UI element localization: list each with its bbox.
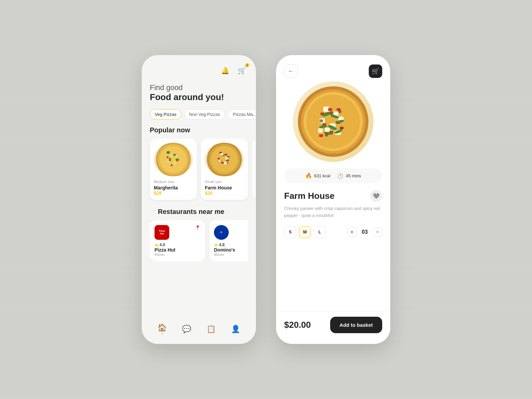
- add-to-basket-button[interactable]: Add to basket: [330, 317, 382, 333]
- pizza-hut-logo: PizzaHut: [154, 225, 169, 240]
- pizza-hero-image: [293, 81, 373, 162]
- info-pill: 🔥 631 kcal ⏱️ 45 mins: [284, 169, 382, 183]
- timer-icon: ⏱️: [337, 173, 344, 179]
- svg-point-16: [211, 146, 238, 173]
- restaurant-card-dominos[interactable]: D 📍 ⭐ 4.8 Domino's 30min: [209, 220, 248, 261]
- svg-rect-19: [218, 158, 220, 160]
- svg-point-8: [175, 155, 178, 158]
- svg-point-2: [160, 146, 187, 173]
- pizza-card-third[interactable]: Sm... Fa... $...: [252, 139, 256, 200]
- rest-top-pizzahut: PizzaHut 📍: [154, 225, 201, 240]
- svg-point-7: [169, 153, 173, 157]
- restaurant-card-pizzahut[interactable]: PizzaHut 📍 ⭐ 4.0 Pizza Hut 43min: [150, 220, 205, 261]
- svg-point-10: [173, 161, 177, 165]
- card-size-farmhouse: Small size: [205, 180, 244, 184]
- time-info: ⏱️ 45 mins: [337, 173, 361, 179]
- card-name-farmhouse: Farm House: [205, 185, 244, 190]
- hero-title: Food around you!: [150, 92, 248, 102]
- restaurants-title: Restaurants near me: [150, 208, 248, 220]
- svg-rect-48: [328, 108, 332, 111]
- svg-point-67: [325, 133, 328, 137]
- svg-rect-26: [221, 153, 223, 156]
- svg-rect-18: [224, 154, 227, 156]
- svg-rect-28: [219, 160, 221, 162]
- size-m-button[interactable]: M: [299, 226, 311, 238]
- nav-active-dot: [162, 333, 163, 335]
- right-header: ← 🛒: [276, 55, 390, 81]
- kcal-info: 🔥 631 kcal: [305, 173, 330, 179]
- size-l-button[interactable]: L: [314, 226, 326, 238]
- popular-title: Popular now: [142, 126, 256, 139]
- svg-rect-29: [224, 162, 227, 164]
- back-button[interactable]: ←: [284, 64, 298, 78]
- nav-orders[interactable]: 📋: [207, 325, 216, 334]
- cart-icon-left[interactable]: 🛒 3: [236, 64, 248, 77]
- filter-row: Veg Pizzas Non Veg Pizzas Pizzas Ma...: [142, 109, 256, 126]
- filter-non-veg[interactable]: Non Veg Pizzas: [184, 109, 225, 120]
- pizza-card-margherita[interactable]: Medium size Margherita $28: [150, 139, 197, 200]
- svg-point-12: [176, 160, 178, 162]
- product-description: Chunky paneer with crisp capsicum and sp…: [284, 205, 382, 219]
- heart-button[interactable]: 🩶: [370, 190, 382, 202]
- chat-icon: 💬: [182, 325, 191, 334]
- star-icon-pizzahut: ⭐: [154, 243, 159, 247]
- nav-profile[interactable]: 👤: [231, 325, 240, 334]
- flame-icon: 🔥: [305, 173, 312, 179]
- dominos-name: Domino's: [214, 247, 248, 253]
- dominos-logo: D: [214, 225, 229, 240]
- svg-rect-55: [319, 134, 323, 137]
- left-phone: 🔔 🛒 3 Find good Food around you! Veg Piz…: [142, 55, 256, 344]
- nav-chat[interactable]: 💬: [182, 325, 191, 334]
- kcal-text: 631 kcal: [314, 173, 330, 178]
- svg-point-39: [306, 95, 360, 148]
- svg-rect-5: [169, 158, 171, 161]
- quantity-value: 03: [361, 229, 369, 235]
- svg-rect-47: [318, 128, 323, 133]
- time-text: 45 mins: [346, 173, 361, 178]
- bottom-nav: 🏠 💬 📋 👤: [142, 318, 256, 344]
- quantity-control: + 03 −: [347, 227, 382, 237]
- svg-point-11: [171, 164, 173, 166]
- location-icon: 📍: [195, 225, 201, 230]
- nav-home[interactable]: 🏠: [158, 323, 167, 335]
- profile-icon: 👤: [231, 325, 240, 334]
- pizza-img-margherita: [154, 143, 193, 176]
- svg-rect-21: [221, 162, 224, 164]
- filter-veg-pizzas[interactable]: Veg Pizzas: [150, 109, 181, 120]
- qty-minus-button[interactable]: −: [373, 227, 382, 237]
- bell-icon[interactable]: 🔔: [219, 64, 231, 77]
- card-price-margherita: $28: [154, 190, 193, 196]
- price-display: $20.00: [284, 320, 311, 330]
- svg-point-64: [338, 110, 342, 113]
- pizza-card-farmhouse[interactable]: Small size Farm House $20: [201, 139, 248, 200]
- restaurants-section: Restaurants near me PizzaHut 📍 ⭐ 4.0 Piz…: [142, 208, 256, 261]
- card-size-margherita: Medium size: [154, 180, 193, 184]
- buy-row: $20.00 Add to basket: [276, 311, 390, 344]
- filter-pizza-ma[interactable]: Pizzas Ma...: [228, 109, 256, 120]
- dominos-rating: ⭐ 4.8: [214, 242, 248, 247]
- size-s-button[interactable]: S: [284, 226, 296, 238]
- size-qty-row: S M L + 03 −: [284, 226, 382, 238]
- hero-section: Find good Food around you!: [142, 80, 256, 109]
- qty-plus-button[interactable]: +: [347, 227, 357, 237]
- pizza-hut-rating: ⭐ 4.0: [154, 242, 201, 247]
- dominos-time: 30min: [214, 253, 248, 257]
- cart-button-right[interactable]: 🛒: [369, 64, 382, 78]
- pizza-hut-time: 43min: [154, 253, 201, 257]
- card-price-farmhouse: $20: [205, 190, 244, 196]
- pizza-hut-name: Pizza Hut: [154, 247, 201, 253]
- product-section: Farm House 🩶 Chunky paneer with crisp ca…: [276, 190, 390, 311]
- svg-rect-20: [226, 160, 229, 161]
- svg-rect-27: [225, 157, 228, 160]
- home-icon: 🏠: [158, 323, 167, 332]
- svg-point-65: [320, 119, 323, 123]
- orders-icon: 📋: [207, 325, 216, 334]
- svg-point-9: [167, 161, 170, 163]
- card-name-margherita: Margherita: [154, 185, 193, 190]
- svg-rect-3: [167, 151, 170, 154]
- svg-point-13: [167, 156, 169, 158]
- product-header: Farm House 🩶: [284, 190, 382, 202]
- rest-top-dominos: D 📍: [214, 225, 248, 240]
- right-phone: ← 🛒: [276, 55, 390, 344]
- pizza-cards: Medium size Margherita $28: [142, 139, 256, 208]
